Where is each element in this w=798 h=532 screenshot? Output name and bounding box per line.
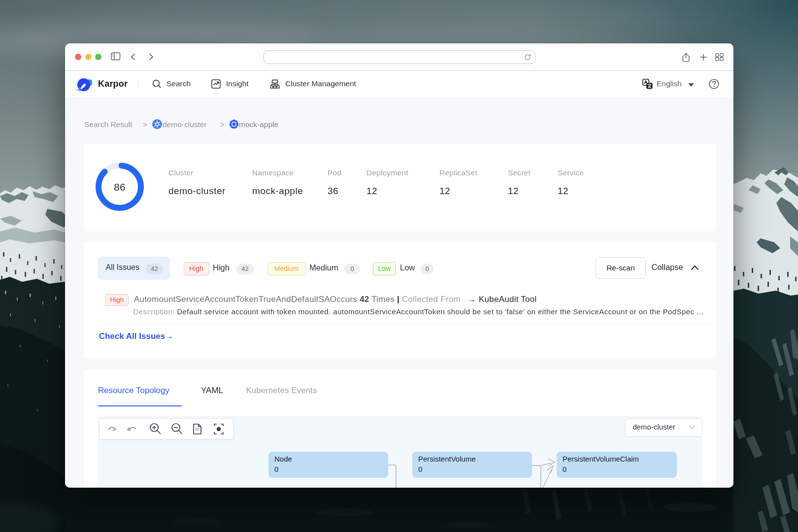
svg-text:86: 86 bbox=[114, 181, 125, 193]
svg-text:PersistentVolume: PersistentVolume bbox=[418, 455, 476, 463]
svg-text:0: 0 bbox=[274, 465, 278, 473]
svg-text:0: 0 bbox=[563, 465, 566, 473]
svg-text:Node: Node bbox=[274, 455, 292, 463]
svg-text:PersistentVolumeClaim: PersistentVolumeClaim bbox=[563, 455, 639, 463]
svg-text:0: 0 bbox=[418, 465, 422, 473]
